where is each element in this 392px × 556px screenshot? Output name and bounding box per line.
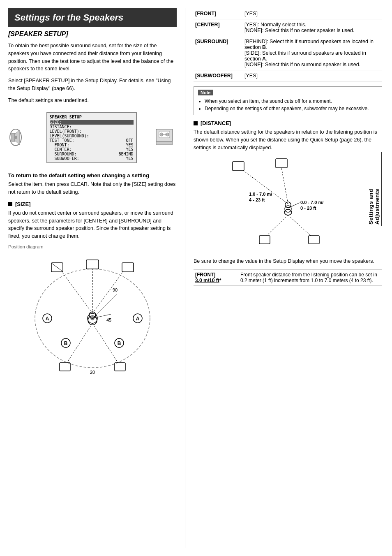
screen-row-size: SIZE: (50, 120, 134, 125)
screen-row-subwoofer: SUBWOOFER:YES (50, 156, 134, 161)
distance-diagram-svg: 1.0 - 7.0 m/ 4 - 23 ft 0.0 - 7.0 m/ 0 - … (206, 155, 370, 254)
svg-text:1.0 - 7.0 m/: 1.0 - 7.0 m/ (249, 192, 272, 197)
table-value-surround: [BEHIND]: Select this if surround speake… (243, 36, 382, 70)
svg-rect-37 (276, 159, 287, 168)
page-wrapper: Settings for the Speakers [SPEAKER SETUP… (0, 0, 392, 556)
svg-line-35 (92, 323, 118, 363)
svg-text:20: 20 (90, 370, 95, 375)
to-return-heading: To return to the default setting when ch… (8, 172, 177, 178)
note-list: When you select an item, the sound cuts … (198, 97, 378, 112)
size-text: If you do not connect center or surround… (8, 209, 177, 240)
distance-label-front: [FRONT]3.0 m/10 ft* (194, 270, 239, 286)
svg-line-50 (267, 215, 288, 236)
svg-rect-33 (115, 363, 125, 371)
note-box: Note When you select an item, the sound … (194, 86, 382, 115)
screen-area: SPEAKER SETUP SIZE: DISTANCE: LEVEL(FRON… (8, 108, 177, 167)
size-bullet (8, 202, 12, 206)
table-row-front: [FRONT] [YES] (194, 8, 382, 19)
screen-mockup: SPEAKER SETUP SIZE: DISTANCE: LEVEL(FRON… (46, 112, 137, 163)
intro-text: To obtain the best possible surround sou… (8, 42, 177, 73)
screen-row-front: FRONT:YES (50, 143, 134, 147)
svg-line-11 (52, 264, 62, 271)
screen-row-level-surround: LEVEL(SURROUND): (50, 134, 134, 138)
distance-table: [FRONT]3.0 m/10 ft* Front speaker distan… (194, 269, 382, 286)
screen-row-distance: DISTANCE: (50, 125, 134, 129)
svg-rect-12 (86, 260, 99, 269)
screen-row-level-front: LEVEL(FRONT): (50, 129, 134, 134)
table-label-subwoofer: [SUBWOOFER] (194, 70, 243, 81)
page-title: Settings for the Speakers (8, 8, 177, 27)
svg-point-39 (285, 202, 291, 208)
page-content: Settings for the Speakers [SPEAKER SETUP… (0, 0, 392, 556)
table-row-surround: [SURROUND] [BEHIND]: Select this if surr… (194, 36, 382, 70)
right-column: [FRONT] [YES] [CENTER] [YES]: Normally s… (185, 8, 382, 548)
settings-table: [FRONT] [YES] [CENTER] [YES]: Normally s… (194, 8, 382, 81)
svg-rect-13 (122, 263, 134, 272)
screen-row-center: CENTER:YES (50, 147, 134, 152)
table-label-center: [CENTER] (194, 19, 243, 36)
svg-line-42 (281, 168, 288, 204)
svg-text:90: 90 (113, 287, 118, 292)
size-heading: [SIZE] (8, 201, 177, 207)
position-diagram-label: Position diagram (8, 244, 177, 249)
distance-value-front: Front speaker distance from the listenin… (239, 270, 382, 286)
svg-rect-32 (60, 363, 70, 371)
distance-heading: [DISTANCE] (194, 120, 382, 126)
svg-rect-36 (233, 162, 244, 171)
tape-icon-right (154, 126, 177, 150)
svg-line-18 (62, 271, 92, 313)
svg-text:0 - 23 ft: 0 - 23 ft (300, 206, 316, 211)
table-value-front: [YES] (243, 8, 382, 19)
svg-line-34 (67, 323, 92, 363)
svg-line-51 (288, 215, 311, 236)
screen-row-test-tone: TEST TONE:OFF (50, 138, 134, 143)
to-return-text: Select the item, then press CLEAR. Note … (8, 181, 177, 196)
svg-rect-48 (259, 236, 270, 244)
sidebar-label: Settings and Adjustments (367, 152, 382, 226)
svg-text:4 - 23 ft: 4 - 23 ft (249, 197, 265, 202)
section-title: [SPEAKER SETUP] (8, 30, 177, 38)
table-value-center: [YES]: Normally select this.[NONE]: Sele… (243, 19, 382, 36)
svg-text:A: A (136, 316, 140, 322)
table-label-surround: [SURROUND] (194, 36, 243, 70)
distance-body-text: Be sure to change the value in the Setup… (194, 257, 382, 265)
distance-bullet (194, 121, 198, 125)
default-text: The default settings are underlined. (8, 97, 177, 104)
distance-intro: The default distance setting for the spe… (194, 128, 382, 151)
svg-rect-8 (156, 141, 173, 145)
svg-text:45: 45 (106, 317, 111, 322)
svg-line-20 (92, 271, 123, 313)
left-column: Settings for the Speakers [SPEAKER SETUP… (8, 8, 185, 548)
screen-title: SPEAKER SETUP (50, 115, 134, 119)
speaker-icon-left (8, 126, 31, 150)
table-label-front: [FRONT] (194, 8, 243, 19)
svg-line-47 (288, 203, 300, 208)
screen-row-surround: SURROUND:BEHIND (50, 152, 134, 156)
svg-text:B: B (64, 341, 68, 346)
note-title: Note (198, 90, 213, 95)
note-item-2: Depending on the settings of other speak… (205, 105, 378, 112)
distance-table-row-front: [FRONT]3.0 m/10 ft* Front speaker distan… (194, 270, 382, 286)
svg-rect-49 (309, 236, 319, 244)
table-row-center: [CENTER] [YES]: Normally select this.[NO… (194, 19, 382, 36)
select-text: Select [SPEAKER SETUP] in the Setup Disp… (8, 77, 177, 93)
svg-text:B: B (118, 341, 121, 346)
svg-text:A: A (46, 316, 49, 322)
position-diagram-svg: 90 45 20 A A B (23, 253, 162, 376)
position-diagram: 90 45 20 A A B (8, 253, 177, 376)
table-value-subwoofer: [YES] (243, 70, 382, 81)
note-item-1: When you select an item, the sound cuts … (205, 97, 378, 105)
svg-text:0.0 - 7.0 m/: 0.0 - 7.0 m/ (300, 200, 323, 205)
distance-diagram: 1.0 - 7.0 m/ 4 - 23 ft 0.0 - 7.0 m/ 0 - … (194, 155, 382, 254)
table-row-subwoofer: [SUBWOOFER] [YES] (194, 70, 382, 81)
svg-point-2 (14, 136, 17, 139)
